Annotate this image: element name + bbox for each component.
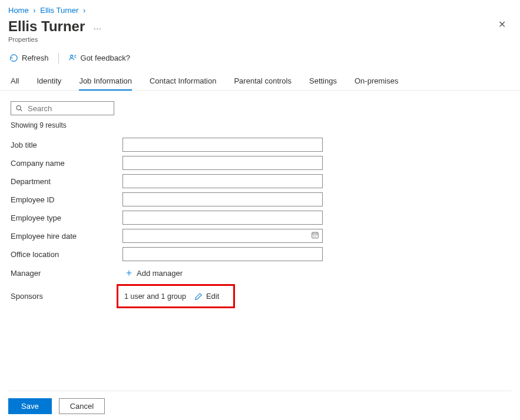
label-employee-id: Employee ID (11, 195, 122, 204)
tab-all[interactable]: All (11, 74, 19, 90)
label-department: Department (11, 177, 122, 186)
save-button[interactable]: Save (8, 398, 52, 414)
results-count: Showing 9 results (11, 121, 509, 129)
edit-sponsors-button[interactable]: Edit (192, 289, 221, 303)
refresh-label: Refresh (22, 54, 49, 62)
search-wrap (11, 101, 114, 115)
input-employee-id[interactable] (122, 192, 323, 206)
label-employee-type: Employee type (11, 214, 122, 222)
input-department[interactable] (122, 174, 323, 188)
input-company-name[interactable] (122, 156, 323, 170)
add-manager-button[interactable]: Add manager (122, 266, 185, 280)
feedback-icon (68, 54, 77, 62)
feedback-label: Got feedback? (81, 54, 131, 62)
footer: Save Cancel (8, 391, 512, 414)
add-manager-label: Add manager (137, 269, 183, 278)
label-sponsors: Sponsors (11, 292, 122, 301)
svg-point-0 (70, 55, 72, 58)
close-icon[interactable]: ✕ (492, 16, 512, 32)
refresh-icon (9, 54, 18, 62)
input-office-location[interactable] (122, 247, 323, 261)
refresh-button[interactable]: Refresh (8, 51, 50, 65)
sponsors-value: 1 user and 1 group (124, 292, 186, 301)
input-employee-type[interactable] (122, 211, 323, 225)
feedback-button[interactable]: Got feedback? (67, 51, 132, 65)
tab-settings[interactable]: Settings (309, 74, 337, 90)
tab-on-premises[interactable]: On-premises (355, 74, 398, 90)
sponsors-highlight: 1 user and 1 group Edit (117, 284, 235, 308)
tabs: All Identity Job Information Contact Inf… (0, 68, 520, 91)
cancel-button[interactable]: Cancel (59, 398, 105, 414)
more-actions-icon[interactable]: … (93, 22, 101, 31)
chevron-right-icon: › (83, 6, 85, 15)
tab-contact-information[interactable]: Contact Information (150, 74, 216, 90)
label-company-name: Company name (11, 159, 122, 168)
breadcrumb-home[interactable]: Home (8, 6, 29, 15)
divider (58, 53, 59, 64)
tab-identity[interactable]: Identity (37, 74, 61, 90)
label-job-title: Job title (11, 141, 122, 149)
label-hire-date: Employee hire date (11, 232, 122, 241)
label-manager: Manager (11, 269, 122, 278)
search-input[interactable] (11, 101, 114, 115)
chevron-right-icon: › (33, 6, 35, 15)
search-icon (15, 105, 23, 112)
breadcrumb-user[interactable]: Ellis Turner (40, 6, 78, 15)
page-title: Ellis Turner (8, 18, 85, 35)
toolbar: Refresh Got feedback? (0, 48, 520, 68)
edit-sponsors-label: Edit (206, 292, 219, 301)
label-office-location: Office location (11, 250, 122, 259)
tab-job-information[interactable]: Job Information (79, 74, 132, 90)
pencil-icon (194, 292, 203, 301)
breadcrumb: Home › Ellis Turner › (0, 0, 520, 18)
page-subtitle: Properties (0, 36, 520, 48)
input-job-title[interactable] (122, 138, 323, 152)
plus-icon (125, 269, 133, 277)
tab-parental-controls[interactable]: Parental controls (234, 74, 292, 90)
input-hire-date[interactable] (122, 229, 323, 243)
svg-point-1 (16, 106, 21, 110)
